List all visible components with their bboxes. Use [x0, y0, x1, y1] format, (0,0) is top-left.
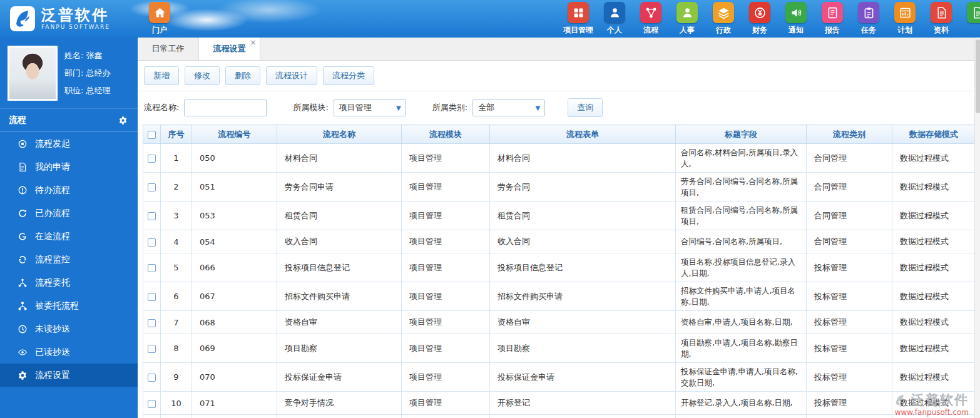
app-logo: 泛普软件 FANPU SOFTWARE [0, 6, 141, 31]
sidebar-section-header: 流程 [0, 108, 138, 132]
nav-module-hr[interactable]: 人事 [669, 2, 705, 36]
row-checkbox[interactable] [148, 400, 156, 408]
table-row[interactable]: 6067招标文件购买申请项目管理招标文件购买申请招标文件购买申请,申请人,项目名… [143, 282, 976, 311]
cell-category: 投标管理 [807, 282, 892, 311]
nav-module-admin[interactable]: 行政 [705, 2, 742, 36]
sidebar-item-unread-cc[interactable]: 未读抄送 [0, 317, 138, 340]
column-header-module: 流程模块 [402, 125, 490, 144]
table-row[interactable]: 4054收入合同项目管理收入合同合同编号,合同名称,所属项目,合同管理数据过程模… [143, 230, 976, 253]
speaker-icon [785, 2, 807, 23]
row-checkbox[interactable] [148, 212, 156, 220]
sidebar-item-monitor[interactable]: 流程监控 [0, 248, 138, 271]
nav-module-notice[interactable]: 通知 [778, 2, 814, 36]
sidebar-item-my-apply[interactable]: 我的申请 [0, 155, 138, 178]
sidebar-item-label: 我的申请 [35, 161, 70, 173]
cell-fields: 项目名称,投标项目信息登记,录入人,日期, [676, 253, 807, 282]
nav-module-plan[interactable]: 计划 [887, 2, 923, 36]
cell-fields: 项目勘察,申请人,项目名称,勘察日期, [676, 334, 807, 363]
module-select[interactable]: 项目管理 ▼ [334, 99, 406, 116]
category-select[interactable]: 全部 ▼ [472, 99, 545, 116]
cell-module: 项目管理 [402, 201, 490, 230]
process-table: 序号流程编号流程名称流程模块流程表单标题字段流程类别数据存储模式 1050材料合… [143, 125, 976, 418]
sidebar-item-done[interactable]: 已办流程 [0, 201, 138, 225]
search-button[interactable]: 查询 [568, 98, 603, 117]
table-row[interactable]: 7068资格自审项目管理资格自审资格自审,申请人,项目名称,日期,投标管理数据过… [143, 311, 976, 334]
row-checkbox[interactable] [148, 374, 156, 382]
process-name-input[interactable] [184, 99, 267, 116]
column-header-fields: 标题字段 [676, 125, 807, 144]
column-header-storage: 数据存储模式 [892, 125, 976, 144]
category-button[interactable]: 流程分类 [323, 66, 374, 85]
row-checkbox[interactable] [148, 155, 156, 163]
module-label: 任务 [861, 25, 876, 36]
table-row[interactable]: 1050材料合同项目管理材料合同合同名称,材料合同,所属项目,录入人,合同管理数… [143, 144, 976, 173]
nav-module-docs[interactable]: 资料 [923, 2, 959, 36]
table-row[interactable]: 11072项目业务费申请项目管理项目业务费申请项目业务费申请,申请人,项目名称,… [143, 415, 976, 418]
fanpu-logo-icon [10, 6, 35, 31]
sidebar-item-initiate[interactable]: 流程发起 [0, 132, 138, 155]
cell-fields: 合同名称,材料合同,所属项目,录入人, [676, 144, 807, 173]
row-checkbox[interactable] [148, 319, 156, 327]
sidebar-item-delegated[interactable]: 被委托流程 [0, 294, 138, 317]
sidebar-item-transit[interactable]: 在途流程 [0, 225, 138, 248]
edit-button[interactable]: 修改 [185, 66, 220, 85]
row-checkbox[interactable] [148, 238, 156, 247]
cell-name: 投标保证金申请 [277, 363, 402, 392]
transit-icon [18, 232, 28, 242]
cell-name: 租赁合同 [277, 201, 402, 230]
table-row[interactable]: 3053租赁合同项目管理租赁合同租赁合同,合同编号,合同名称,所属项目,合同管理… [143, 201, 976, 230]
cell-storage: 数据过程模式 [892, 173, 976, 201]
cell-form: 投标项目信息登记 [490, 253, 676, 282]
scrollbar-thumb[interactable] [976, 39, 980, 113]
nav-module-personal[interactable]: 个人 [596, 2, 633, 36]
module-label: 项目管理 [563, 25, 593, 36]
category-filter-label: 所属类别: [432, 102, 467, 113]
sidebar-item-settings[interactable]: 流程设置 [0, 364, 138, 387]
design-button[interactable]: 流程设计 [266, 66, 317, 85]
nav-module-finance[interactable]: 财务 [742, 2, 778, 36]
doc-icon [931, 2, 952, 23]
column-header-no: 序号 [161, 125, 192, 144]
table-row[interactable]: 9070投标保证金申请项目管理投标保证金申请投标保证金申请,申请人,项目名称,交… [143, 363, 976, 392]
sidebar-item-delegate[interactable]: 流程委托 [0, 271, 138, 294]
sidebar-item-label: 流程发起 [35, 138, 70, 150]
nav-module-task[interactable]: 任务 [850, 2, 887, 36]
module-label: 财务 [752, 25, 767, 36]
table-row[interactable]: 10071竞争对手情况项目管理开标登记开标登记,录入人,项目名称,日期,投标管理… [143, 392, 976, 415]
row-checkbox[interactable] [148, 345, 156, 353]
vertical-scrollbar[interactable] [974, 38, 980, 418]
nav-module-report[interactable]: 报告 [814, 2, 850, 36]
table-row[interactable]: 2051劳务合同申请项目管理劳务合同劳务合同,合同编号,合同名称,所属项目,合同… [143, 173, 976, 201]
row-checkbox[interactable] [148, 293, 156, 301]
nav-portal[interactable]: 门户 [141, 2, 178, 36]
sidebar-item-read-cc[interactable]: 已读抄送 [0, 340, 138, 364]
row-checkbox[interactable] [148, 183, 156, 191]
table-row[interactable]: 8069项目勘察项目管理项目勘察项目勘察,申请人,项目名称,勘察日期,投标管理数… [143, 334, 976, 363]
cell-code: 068 [192, 311, 277, 334]
cell-code: 053 [192, 201, 277, 230]
tab-daily[interactable]: 日常工作 [138, 38, 199, 60]
table-row[interactable]: 5066投标项目信息登记项目管理投标项目信息登记项目名称,投标项目信息登记,录入… [143, 253, 976, 282]
sidebar-item-label: 在途流程 [35, 231, 70, 242]
close-icon[interactable]: × [250, 38, 257, 46]
profile-title: 职位: 总经理 [64, 85, 111, 96]
gear-icon[interactable] [118, 116, 128, 125]
row-checkbox[interactable] [148, 264, 156, 272]
module-select-value: 项目管理 [339, 102, 372, 113]
sidebar-item-todo[interactable]: 待办流程 [0, 178, 138, 201]
cell-category: 投标管理 [807, 363, 892, 392]
top-header: 泛普软件 FANPU SOFTWARE 门户 项目管理个人流程人事行政财务通知报… [0, 0, 980, 38]
nav-module-more[interactable] [959, 2, 980, 36]
select-all-checkbox[interactable] [148, 131, 156, 139]
nav-module-process[interactable]: 流程 [633, 2, 669, 36]
sidebar-item-label: 已办流程 [35, 208, 70, 219]
profile-dept: 部门: 总经办 [64, 68, 111, 79]
delete-button[interactable]: 删除 [225, 66, 260, 85]
sidebar-item-label: 流程监控 [35, 254, 70, 265]
cell-storage: 数据过程模式 [892, 363, 976, 392]
process-name-label: 流程名称: [144, 102, 179, 113]
cell-form: 劳务合同 [490, 173, 676, 201]
nav-module-project[interactable]: 项目管理 [560, 2, 596, 36]
tab-settings[interactable]: 流程设置× [199, 38, 260, 60]
add-button[interactable]: 新增 [144, 66, 179, 85]
